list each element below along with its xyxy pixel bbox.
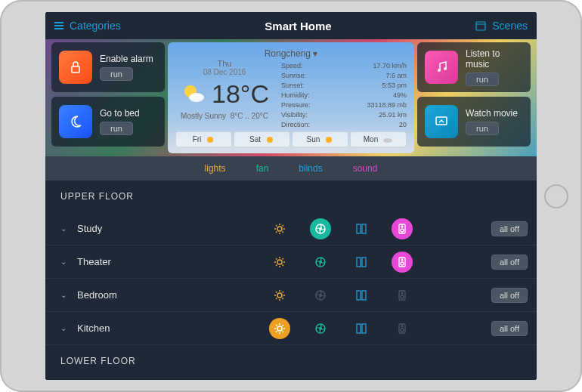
weather-panel: Rongcheng ▾ Thu 08 Dec 2016 18°C Mostly … [168, 42, 414, 153]
sun-icon [324, 135, 333, 144]
fan-icon[interactable] [310, 252, 331, 273]
room-bedroom: ⌄ Bedroom all off [45, 279, 537, 312]
moon-icon [59, 105, 92, 138]
svg-line-34 [282, 264, 283, 266]
svg-rect-24 [362, 224, 366, 233]
chevron-down-icon[interactable]: ⌄ [60, 224, 70, 233]
weather-location[interactable]: Rongcheng ▾ [175, 48, 407, 59]
svg-line-49 [276, 292, 277, 293]
svg-point-12 [277, 227, 282, 231]
svg-point-10 [444, 67, 447, 70]
svg-point-59 [401, 292, 403, 294]
sun-icon [265, 135, 274, 144]
svg-line-68 [282, 325, 283, 326]
tablet-frame: Categories Smart Home Scenes Enable alar… [0, 0, 582, 392]
weather-forecast: Fri Sat Sun Mon [175, 131, 407, 147]
scene-go-to-bed[interactable]: Go to bed run [51, 97, 165, 147]
svg-line-66 [282, 331, 283, 332]
header-bar: Categories Smart Home Scenes [45, 12, 537, 39]
chevron-down-icon[interactable]: ⌄ [60, 258, 70, 266]
run-button[interactable]: run [466, 122, 499, 135]
app-screen: Categories Smart Home Scenes Enable alar… [45, 12, 537, 380]
all-off-button[interactable]: all off [491, 321, 528, 336]
svg-point-42 [401, 262, 404, 265]
svg-rect-71 [357, 324, 361, 333]
forecast-day[interactable]: Fri [175, 131, 232, 147]
chevron-down-icon[interactable]: ⌄ [60, 324, 70, 332]
svg-line-20 [282, 225, 283, 227]
scene-label: Watch movie [466, 108, 523, 119]
calendar-icon [475, 20, 486, 31]
svg-line-52 [282, 292, 283, 293]
forecast-day[interactable]: Sun [292, 131, 348, 147]
sound-icon[interactable] [392, 318, 413, 339]
blinds-icon[interactable] [351, 285, 372, 306]
run-button[interactable]: run [466, 73, 499, 86]
categories-label: Categories [70, 20, 121, 32]
menu-icon [54, 22, 63, 29]
forecast-day[interactable]: Mon [350, 131, 407, 147]
lights-icon[interactable] [269, 285, 290, 306]
sound-icon[interactable] [392, 252, 413, 273]
fan-icon[interactable] [310, 218, 331, 239]
run-button[interactable]: run [100, 67, 133, 81]
scene-label: Go to bed [100, 108, 157, 119]
lock-icon [59, 51, 92, 84]
svg-point-44 [277, 293, 282, 298]
lights-icon[interactable] [269, 218, 290, 239]
weather-temp: 18°C [212, 79, 269, 109]
device-home-button[interactable] [544, 184, 568, 208]
room-name[interactable]: Theater [77, 256, 190, 267]
all-off-button[interactable]: all off [491, 255, 528, 270]
lights-icon[interactable] [269, 318, 290, 339]
sound-icon[interactable] [392, 285, 413, 306]
screen-icon [425, 105, 458, 138]
weather-date: 08 Dec 2016 [203, 68, 246, 76]
room-name[interactable]: Kitchen [77, 323, 190, 334]
lights-icon[interactable] [269, 252, 290, 273]
svg-rect-39 [357, 258, 361, 267]
legend-sound[interactable]: sound [353, 163, 378, 174]
scenes-button[interactable]: Scenes [475, 20, 528, 32]
svg-rect-0 [476, 22, 485, 30]
svg-line-51 [276, 298, 277, 299]
chevron-down-icon: ▾ [313, 48, 317, 59]
scene-listen-music[interactable]: Listen to music run [417, 42, 531, 92]
svg-point-7 [326, 137, 332, 143]
fan-icon[interactable] [310, 318, 331, 339]
blinds-icon[interactable] [351, 218, 372, 239]
svg-line-65 [276, 325, 277, 326]
legend-blinds[interactable]: blinds [299, 163, 322, 174]
fan-icon[interactable] [310, 285, 331, 306]
svg-point-43 [401, 259, 403, 261]
section-lower-floor: LOWER FLOOR [45, 345, 537, 377]
all-off-button[interactable]: all off [491, 221, 528, 236]
run-button[interactable]: run [100, 122, 133, 135]
svg-point-75 [401, 326, 403, 327]
weather-condition: Mostly Sunny 8°C .. 20°C [181, 112, 268, 120]
scenes-label: Scenes [492, 20, 528, 32]
svg-point-74 [401, 329, 404, 332]
sound-icon[interactable] [392, 218, 413, 239]
scene-enable-alarm[interactable]: Enable alarm run [51, 42, 165, 92]
room-name[interactable]: Bedroom [77, 289, 190, 301]
scene-watch-movie[interactable]: Watch movie run [417, 97, 531, 147]
chevron-down-icon[interactable]: ⌄ [60, 291, 70, 299]
room-name[interactable]: Study [77, 223, 190, 234]
room-study: ⌄ Study all off [45, 212, 537, 245]
legend-fan[interactable]: fan [256, 163, 269, 174]
svg-point-5 [207, 137, 213, 143]
forecast-day[interactable]: Sat [234, 131, 290, 147]
svg-line-19 [276, 231, 277, 233]
music-icon [425, 51, 458, 84]
all-off-button[interactable]: all off [491, 288, 528, 303]
blinds-icon[interactable] [351, 252, 372, 273]
svg-point-28 [277, 260, 282, 264]
legend-lights[interactable]: lights [205, 163, 226, 174]
svg-rect-55 [357, 291, 361, 300]
svg-point-27 [401, 226, 403, 227]
svg-point-4 [189, 93, 204, 102]
blinds-icon[interactable] [351, 318, 372, 339]
weather-day: Thu [218, 59, 232, 68]
categories-button[interactable]: Categories [54, 20, 121, 32]
